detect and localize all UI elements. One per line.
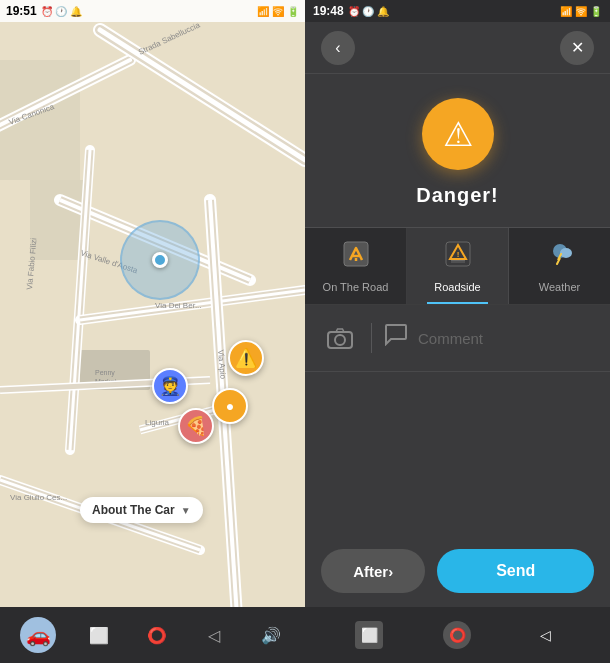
map-svg: Penny Market [0, 0, 305, 663]
roadside-icon: ! [444, 240, 472, 275]
danger-icon-circle: ⚠ [422, 98, 494, 170]
warning-symbol-icon: ⚠ [443, 114, 473, 154]
nav-icon-square[interactable]: ⬜ [85, 621, 113, 649]
report-body: ⚠ Danger! On The Road [305, 74, 610, 607]
after-button[interactable]: After› [321, 549, 425, 593]
location-dot [152, 252, 168, 268]
svg-text:!: ! [456, 250, 459, 259]
svg-text:Via Giulio Ces...: Via Giulio Ces... [10, 493, 67, 502]
status-icons-left: ⏰ 🕐 🔔 [41, 6, 83, 17]
on-the-road-icon [342, 240, 370, 275]
input-divider [371, 323, 372, 353]
map-panel: 19:51 ⏰ 🕐 🔔 📶 🛜 🔋 Penny Market [0, 0, 305, 663]
svg-rect-40 [344, 242, 368, 266]
food-marker[interactable]: 🍕 [178, 408, 214, 444]
camera-button[interactable] [321, 319, 359, 357]
signal-icons-right: 📶 🛜 🔋 [560, 6, 602, 17]
police-marker[interactable]: 👮 [152, 368, 188, 404]
signal-icons-left: 📶 🛜 🔋 [257, 6, 299, 17]
about-car-bubble[interactable]: About The Car ▼ [80, 497, 203, 523]
status-icons-right: ⏰ 🕐 🔔 [348, 6, 390, 17]
weather-icon [546, 240, 574, 275]
close-button[interactable]: ✕ [560, 31, 594, 65]
icon-section: ⚠ Danger! [305, 74, 610, 228]
svg-point-50 [335, 335, 345, 345]
time-right: 19:48 [313, 4, 344, 18]
tab-roadside-label: Roadside [434, 281, 480, 294]
back-button[interactable]: ‹ [321, 31, 355, 65]
tab-on-the-road[interactable]: On The Road [305, 228, 407, 304]
send-label: Send [496, 562, 535, 580]
spacer [305, 372, 610, 535]
nav-icon-triangle[interactable]: ◁ [200, 621, 228, 649]
report-header: ‹ ✕ [305, 22, 610, 74]
bottom-bar-right: ⬜ ⭕ ◁ [305, 607, 610, 663]
nav-triangle-right[interactable]: ◁ [532, 621, 560, 649]
about-car-label: About The Car [92, 503, 175, 517]
svg-text:Via Dei Ber...: Via Dei Ber... [155, 301, 202, 310]
tab-weather[interactable]: Weather [509, 228, 610, 304]
report-panel: 19:48 ⏰ 🕐 🔔 📶 🛜 🔋 ‹ ✕ ⚠ Danger! [305, 0, 610, 663]
food-marker-icon: 🍕 [178, 408, 214, 444]
nav-square-right[interactable]: ⬜ [355, 621, 383, 649]
comment-icon [384, 324, 408, 352]
orange-marker-icon: ● [212, 388, 248, 424]
action-row: After› Send [305, 535, 610, 607]
location-pulse [120, 220, 200, 300]
police-marker-icon: 👮 [152, 368, 188, 404]
after-label: After› [353, 563, 393, 580]
send-button[interactable]: Send [437, 549, 594, 593]
warning-marker[interactable]: ⚠️ [228, 340, 264, 376]
orange-marker[interactable]: ● [212, 388, 248, 424]
bottom-bar-left: 🚗 ⬜ ⭕ ◁ 🔊 [0, 607, 305, 663]
svg-text:Penny: Penny [95, 369, 115, 377]
tab-on-the-road-label: On The Road [323, 281, 389, 294]
input-row: Comment [305, 305, 610, 372]
nav-circle-right[interactable]: ⭕ [443, 621, 471, 649]
volume-icon[interactable]: 🔊 [257, 621, 285, 649]
about-car-arrow: ▼ [181, 505, 191, 516]
tab-weather-label: Weather [539, 281, 580, 294]
status-bar-right: 19:48 ⏰ 🕐 🔔 📶 🛜 🔋 [305, 0, 610, 22]
nav-icon-circle[interactable]: ⭕ [143, 621, 171, 649]
warning-marker-icon: ⚠️ [228, 340, 264, 376]
status-bar-left: 19:51 ⏰ 🕐 🔔 📶 🛜 🔋 [0, 0, 305, 22]
waze-logo[interactable]: 🚗 [20, 617, 56, 653]
svg-point-48 [560, 248, 572, 258]
comment-placeholder: Comment [418, 330, 483, 347]
svg-text:Liguria: Liguria [145, 418, 170, 427]
category-tabs: On The Road ! Roadside [305, 228, 610, 305]
tab-roadside[interactable]: ! Roadside [407, 228, 509, 304]
comment-area[interactable]: Comment [384, 324, 594, 352]
time-left: 19:51 [6, 4, 37, 18]
danger-title: Danger! [416, 184, 499, 207]
